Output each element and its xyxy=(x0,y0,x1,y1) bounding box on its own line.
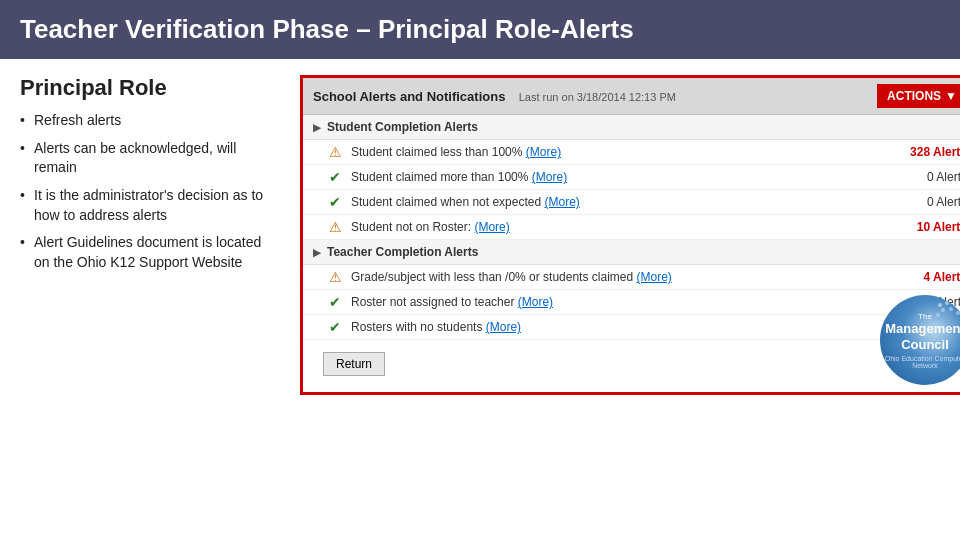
more-link[interactable]: (More) xyxy=(474,220,509,234)
alert-text: Student claimed when not expected (More) xyxy=(351,195,889,209)
teacher-section-header: ▶ Teacher Completion Alerts xyxy=(303,240,960,265)
warning-icon: ⚠ xyxy=(327,144,343,160)
table-row: ✔ Rosters with no students (More) 0 Aler… xyxy=(303,315,960,340)
more-link[interactable]: (More) xyxy=(526,145,561,159)
page-title: Teacher Verification Phase – Principal R… xyxy=(20,14,634,44)
logo-area: The Management Council Ohio Education Co… xyxy=(880,295,960,385)
alerts-header: School Alerts and Notifications Last run… xyxy=(303,78,960,115)
svg-point-4 xyxy=(941,308,945,312)
alerts-date: Last run on 3/18/2014 12:13 PM xyxy=(519,91,676,103)
more-link[interactable]: (More) xyxy=(486,320,521,334)
alert-text: Roster not assigned to teacher (More) xyxy=(351,295,889,309)
page-header: Teacher Verification Phase – Principal R… xyxy=(0,0,960,59)
alerts-header-left: School Alerts and Notifications Last run… xyxy=(313,89,676,104)
list-item: It is the administrator's decision as to… xyxy=(20,186,280,225)
alert-text: Student claimed less than 100% (More) xyxy=(351,145,889,159)
warning-icon: ⚠ xyxy=(327,219,343,235)
table-row: ⚠ Student claimed less than 100% (More) … xyxy=(303,140,960,165)
table-row: ⚠ Grade/subject with less than /0% or st… xyxy=(303,265,960,290)
alert-text: Student not on Roster: (More) xyxy=(351,220,889,234)
more-link[interactable]: (More) xyxy=(544,195,579,209)
left-panel: Principal Role Refresh alerts Alerts can… xyxy=(20,75,280,395)
right-panel: School Alerts and Notifications Last run… xyxy=(300,75,960,395)
logo-management-text: Management xyxy=(885,321,960,337)
warning-icon: ⚠ xyxy=(327,269,343,285)
list-item: Alert Guidelines document is located on … xyxy=(20,233,280,272)
alert-count: 0 Alerts xyxy=(897,195,960,209)
alert-count: 0 Alerts xyxy=(897,170,960,184)
list-item: Alerts can be acknowledged, will remain xyxy=(20,139,280,178)
collapse-arrow-icon: ▶ xyxy=(313,247,321,258)
alerts-box: School Alerts and Notifications Last run… xyxy=(300,75,960,395)
logo-circle: The Management Council Ohio Education Co… xyxy=(880,295,960,385)
chevron-down-icon: ▼ xyxy=(945,89,957,103)
check-icon: ✔ xyxy=(327,294,343,310)
return-button-area: Return xyxy=(303,340,960,392)
logo-subtitle-text: Ohio Education Computer Network xyxy=(880,355,960,369)
collapse-arrow-icon: ▶ xyxy=(313,122,321,133)
svg-point-1 xyxy=(945,301,949,305)
svg-point-0 xyxy=(938,303,942,307)
svg-point-2 xyxy=(953,302,957,306)
alert-count: 4 Alerts xyxy=(897,270,960,284)
table-row: ⚠ Student not on Roster: (More) 10 Alert… xyxy=(303,215,960,240)
alert-text: Rosters with no students (More) xyxy=(351,320,889,334)
table-row: ✔ Student claimed when not expected (Mor… xyxy=(303,190,960,215)
logo-council-text: Council xyxy=(901,337,949,353)
more-link[interactable]: (More) xyxy=(518,295,553,309)
bullet-list: Refresh alerts Alerts can be acknowledge… xyxy=(20,111,280,272)
alert-count: 10 Alerts xyxy=(897,220,960,234)
list-item: Refresh alerts xyxy=(20,111,280,131)
more-link[interactable]: (More) xyxy=(636,270,671,284)
check-icon: ✔ xyxy=(327,194,343,210)
more-link[interactable]: (More) xyxy=(532,170,567,184)
alert-text: Grade/subject with less than /0% or stud… xyxy=(351,270,889,284)
return-button[interactable]: Return xyxy=(323,352,385,376)
check-icon: ✔ xyxy=(327,169,343,185)
alert-count: 328 Alerts xyxy=(897,145,960,159)
section-title: Principal Role xyxy=(20,75,280,101)
logo-the-text: The xyxy=(918,312,932,322)
alert-text: Student claimed more than 100% (More) xyxy=(351,170,889,184)
actions-button[interactable]: ACTIONS ▼ xyxy=(877,84,960,108)
alerts-title: School Alerts and Notifications xyxy=(313,89,505,104)
table-row: ✔ Student claimed more than 100% (More) … xyxy=(303,165,960,190)
svg-point-7 xyxy=(936,313,940,317)
student-section-header: ▶ Student Completion Alerts xyxy=(303,115,960,140)
svg-point-5 xyxy=(949,307,953,311)
svg-point-6 xyxy=(956,311,960,315)
table-row: ✔ Roster not assigned to teacher (More) … xyxy=(303,290,960,315)
check-icon: ✔ xyxy=(327,319,343,335)
